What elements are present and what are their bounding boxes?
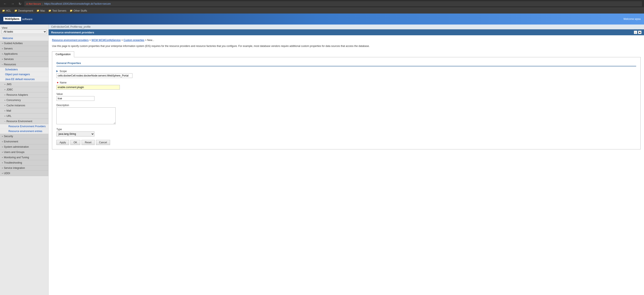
sidebar-item-guided-activities[interactable]: + Guided Activities [0,41,48,46]
value-label-text: Value [56,92,63,96]
breadcrumb-link-rep[interactable]: Resource environment providers [52,39,88,42]
breadcrumb-separator-2: > [121,39,124,42]
mail-label: Mail [6,109,11,112]
plus-icon: + [2,52,3,55]
guided-activities-label: Guided Activities [4,42,22,45]
sidebar-item-users-groups[interactable]: + Users and Groups [0,150,48,155]
sidebar: View: All tasks Welcome + Guided Activit… [0,24,48,295]
plus-icon: + [4,110,6,112]
forward-button[interactable]: → [10,1,16,6]
url-label: URL [6,114,12,118]
plus-icon: + [2,167,3,169]
breadcrumb-bar-text: Cell=dockerCell, Profile=wp_profile [51,25,91,28]
bookmark-other-stuffs[interactable]: 📁 Other Stuffs [70,9,87,12]
plus-icon: + [2,58,3,60]
ok-button[interactable]: OK [70,140,80,145]
sidebar-item-troubleshooting[interactable]: + Troubleshooting [0,160,48,166]
view-select[interactable]: All tasks [2,29,47,34]
breadcrumb-link-wcm[interactable]: WCM WCMConfigService [92,39,121,42]
sidebar-item-resource-environment-providers[interactable]: Resource Environment Providers [0,124,48,129]
sidebar-item-schedulers[interactable]: Schedulers [0,67,48,72]
sidebar-item-java-ee-default[interactable]: Java EE default resources [0,77,48,82]
folder-icon: 📁 [70,9,73,12]
folder-icon: 📁 [14,9,17,12]
sidebar-item-object-pool-managers[interactable]: Object pool managers [0,72,48,77]
folder-icon: 📁 [36,9,40,12]
value-input[interactable] [56,96,94,101]
description-textarea[interactable] [56,107,116,124]
plus-icon: + [4,83,6,86]
plus-icon: + [2,162,3,164]
type-label: Type [56,128,636,131]
panel-minimize-button[interactable]: □ [634,31,637,34]
sidebar-item-mail[interactable]: + Mail [0,108,48,114]
back-button[interactable]: ← [2,1,8,6]
breadcrumb-link-custom[interactable]: Custom properties [124,39,144,42]
panel-header: Resource environment providers □ ✖ [48,29,644,35]
bookmark-test-servers[interactable]: 📁 Test Servers [48,9,66,12]
sidebar-item-resources[interactable]: − Resources [0,62,48,67]
folder-icon: 📁 [48,9,51,12]
type-select[interactable]: java.lang.String java.lang.Integer java.… [56,132,94,136]
websphere-logo: WebSphere. software [4,17,32,21]
sidebar-item-security[interactable]: + Security [0,134,48,139]
refresh-button[interactable]: ↻ [17,1,22,7]
warning-icon: ⚠ [26,2,28,5]
bookmark-mac[interactable]: 📁 Mac [36,9,45,12]
cancel-button[interactable]: Cancel [96,140,110,145]
scope-input[interactable] [56,73,132,78]
environment-label: Environment [4,140,18,143]
not-secure-label: Not Secure [29,2,41,5]
view-selector: View: All tasks [0,24,48,36]
sidebar-item-jdbc[interactable]: + JDBC [0,87,48,92]
sidebar-item-service-integration[interactable]: + Service integration [0,166,48,171]
service-integration-label: Service integration [4,166,25,170]
websphere-software: software [22,18,32,21]
bookmark-development[interactable]: 📁 Development [14,9,33,12]
sidebar-item-applications[interactable]: + Applications [0,51,48,57]
resources-label: Resources [4,63,16,66]
sidebar-item-environment[interactable]: + Environment [0,139,48,144]
name-label-text: Name [60,81,66,84]
bookmark-label: HCL [6,9,11,12]
plus-icon: + [4,99,6,102]
sidebar-item-cache-instances[interactable]: + Cache instances [0,103,48,108]
bookmark-label: Test Servers [52,9,66,12]
troubleshooting-label: Troubleshooting [4,161,22,164]
tab-configuration[interactable]: Configuration [52,51,74,57]
sidebar-item-resource-environment[interactable]: − Resource Environment [0,119,48,124]
plus-icon: + [4,115,6,117]
bookmark-hcl[interactable]: 📁 HCL [2,9,11,12]
jdbc-label: JDBC [6,88,13,91]
sidebar-item-uddi[interactable]: + UDDI [0,171,48,176]
breadcrumb-links: Resource environment providers > WCM WCM… [52,39,640,42]
users-groups-label: Users and Groups [4,151,24,154]
app-container: WebSphere. software Welcome wpsa View: A… [0,14,644,295]
name-input[interactable] [56,85,120,90]
sidebar-item-resource-environment-entries[interactable]: Resource environment entries [0,129,48,134]
welcome-text: Welcome wpsa [624,18,640,20]
description-label: Description [56,104,636,107]
sidebar-item-servers[interactable]: + Servers [0,46,48,51]
sidebar-item-jms[interactable]: + JMS [0,82,48,87]
name-label: ✦ Name [56,81,636,84]
app-header: WebSphere. software Welcome wpsa [0,14,644,24]
view-label: View: [2,26,8,29]
sidebar-item-system-admin[interactable]: + System administration [0,144,48,150]
folder-icon: 📁 [2,9,5,12]
reset-button[interactable]: Reset [82,140,94,145]
sidebar-item-monitoring-tuning[interactable]: + Monitoring and Tuning [0,155,48,160]
sidebar-item-concurrency[interactable]: + Concurrency [0,98,48,103]
sidebar-item-url[interactable]: + URL [0,114,48,119]
panel-close-button[interactable]: ✖ [638,31,642,34]
scope-group: Scope [56,70,636,78]
apply-button[interactable]: Apply [56,140,69,145]
address-bar[interactable]: ⚠ Not Secure | https://localhost:10041/i… [24,1,642,6]
description-group: Description [56,104,636,125]
scope-triangle-icon[interactable] [56,70,58,72]
plus-icon: + [2,47,3,50]
sidebar-item-resource-adapters[interactable]: + Resource Adapters [0,92,48,98]
sidebar-item-welcome[interactable]: Welcome [0,36,48,41]
sidebar-item-services[interactable]: + Services [0,57,48,62]
services-label: Services [4,58,14,61]
